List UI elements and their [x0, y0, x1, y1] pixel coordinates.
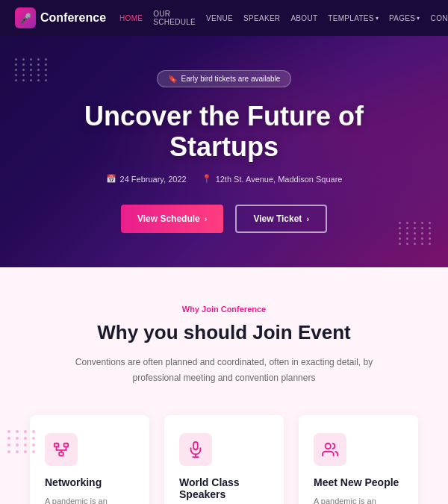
- hero-title: Uncover the Future of Startups: [60, 101, 388, 163]
- feature-desc-networking: A pandemic is an epidemic occurring on a…: [45, 494, 134, 504]
- ticket-icon: 🔖: [168, 75, 177, 83]
- feature-title-speakers: World Class Speakers: [179, 476, 269, 500]
- feature-desc-meet: A pandemic is an epidemic occurring on a…: [314, 494, 403, 504]
- decorative-dots-left: [7, 430, 37, 453]
- nav-home[interactable]: HOME: [119, 14, 143, 22]
- nav-links: HOME OUR SCHEDULE VENUE SPEAKER ABOUT TE…: [119, 10, 448, 26]
- speakers-icon: [179, 433, 212, 466]
- hero-section: 🔖 Early bird tickets are available Uncov…: [0, 36, 448, 267]
- feature-card-speakers: World Class Speakers A pandemic is an ep…: [164, 415, 284, 504]
- why-section: Why Join Conference Why you should Join …: [0, 267, 448, 504]
- section-title: Why you should Join Event: [30, 321, 418, 344]
- arrow-icon: ›: [205, 214, 208, 223]
- features-row: Networking A pandemic is an epidemic occ…: [30, 415, 418, 504]
- nav-schedule[interactable]: OUR SCHEDULE: [153, 10, 196, 26]
- feature-card-networking: Networking A pandemic is an epidemic occ…: [30, 415, 149, 504]
- brand-name: Conference: [40, 11, 106, 25]
- hero-content: 🔖 Early bird tickets are available Uncov…: [45, 40, 403, 264]
- hero-badge: 🔖 Early bird tickets are available: [157, 70, 292, 87]
- nav-venue[interactable]: VENUE: [206, 14, 233, 22]
- feature-title-networking: Networking: [45, 476, 134, 488]
- chevron-down-icon: ▾: [376, 15, 379, 22]
- nav-contact[interactable]: CONTACT: [431, 14, 448, 22]
- feature-title-meet: Meet New People: [314, 476, 403, 488]
- hero-location: 📍 12th St. Avenue, Maddison Square: [202, 174, 343, 184]
- arrow-icon: ›: [306, 214, 309, 223]
- nav-pages[interactable]: PAGES ▾: [389, 14, 420, 22]
- chevron-down-icon: ▾: [417, 15, 420, 22]
- decorative-dots-br: [399, 222, 433, 245]
- nav-templates[interactable]: TEMPLATES ▾: [328, 14, 379, 22]
- networking-icon: [45, 433, 78, 466]
- hero-meta: 📅 24 February, 2022 📍 12th St. Avenue, M…: [60, 174, 388, 184]
- svg-point-9: [326, 444, 331, 449]
- hero-date: 📅 24 February, 2022: [106, 174, 187, 184]
- view-schedule-button[interactable]: View Schedule ›: [121, 205, 223, 233]
- brand-icon: 🎤: [15, 7, 36, 28]
- section-subtitle: Why Join Conference: [30, 305, 418, 314]
- feature-card-meet-people: Meet New People A pandemic is an epidemi…: [299, 415, 418, 504]
- view-ticket-button[interactable]: View Ticket ›: [235, 205, 327, 233]
- section-description: Conventions are often planned and coordi…: [75, 355, 373, 385]
- meet-people-icon: [314, 433, 346, 466]
- calendar-icon: 📅: [106, 174, 116, 184]
- brand: 🎤 Conference: [15, 7, 106, 28]
- nav-about[interactable]: ABOUT: [290, 14, 317, 22]
- location-icon: 📍: [202, 174, 212, 184]
- navbar: 🎤 Conference HOME OUR SCHEDULE VENUE SPE…: [0, 0, 448, 36]
- nav-speaker[interactable]: SPEAKER: [243, 14, 280, 22]
- hero-buttons: View Schedule › View Ticket ›: [60, 205, 388, 233]
